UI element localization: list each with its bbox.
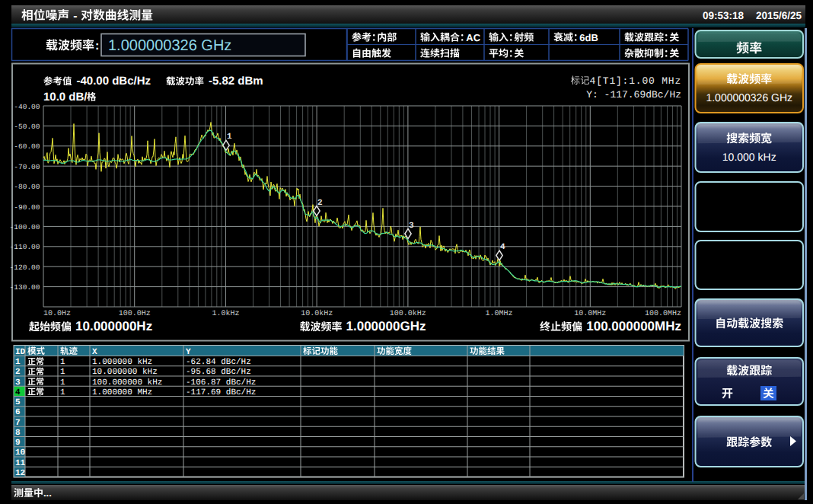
svg-text:10.000000Hz: 10.000000Hz (75, 319, 152, 333)
svg-text:-100.00: -100.00 (10, 223, 40, 231)
svg-text:10.0Hz: 10.0Hz (43, 310, 71, 318)
svg-text:10.0MHz: 10.0MHz (574, 310, 606, 318)
svg-text:1: 1 (60, 388, 65, 397)
svg-text:10: 10 (15, 448, 25, 458)
svg-text:1: 1 (60, 368, 65, 377)
svg-text:1.000000 kHz: 1.000000 kHz (92, 358, 152, 367)
svg-text:Y: Y (186, 348, 191, 357)
svg-text:8: 8 (15, 429, 21, 438)
svg-text:10.000 kHz: 10.000 kHz (722, 151, 776, 163)
svg-text:12: 12 (15, 469, 25, 478)
svg-text:AC: AC (466, 32, 480, 43)
svg-text:9: 9 (15, 439, 21, 448)
svg-text:09:53:18: 09:53:18 (703, 10, 744, 21)
svg-text:3: 3 (15, 378, 21, 388)
svg-text:1.000000326 GHz: 1.000000326 GHz (706, 91, 792, 104)
svg-text:5: 5 (15, 398, 21, 407)
svg-text:-60.00: -60.00 (14, 142, 40, 151)
svg-text:2: 2 (317, 199, 323, 208)
svg-text:100.0Hz: 100.0Hz (119, 310, 151, 318)
svg-text:10.0kHz: 10.0kHz (301, 309, 333, 318)
svg-text:-110.00: -110.00 (10, 243, 40, 251)
svg-text:100.000000MHz: 100.000000MHz (586, 319, 681, 333)
svg-text:X: X (92, 348, 97, 357)
svg-text:-40.00 dBc/Hz: -40.00 dBc/Hz (77, 75, 151, 88)
svg-text:1.000000GHz: 1.000000GHz (346, 319, 426, 333)
svg-text:-70.00: -70.00 (14, 163, 40, 171)
svg-text:-117.69 dBc/Hz: -117.69 dBc/Hz (186, 388, 256, 397)
svg-text:4[T1]:1.00 MHz: 4[T1]:1.00 MHz (590, 75, 681, 87)
svg-text:ID: ID (15, 348, 26, 357)
svg-text:-130.00: -130.00 (10, 283, 40, 292)
svg-text:-62.84 dBc/Hz: -62.84 dBc/Hz (186, 358, 251, 367)
svg-text:-80.00: -80.00 (14, 183, 40, 191)
svg-text:3: 3 (409, 222, 414, 231)
svg-text:6dB: 6dB (579, 32, 598, 43)
svg-text:1.0kHz: 1.0kHz (212, 309, 239, 318)
svg-text:4: 4 (15, 388, 21, 397)
svg-text:1: 1 (15, 358, 21, 367)
svg-text:Y: -117.69dBc/Hz: Y: -117.69dBc/Hz (586, 89, 681, 100)
svg-text:11: 11 (15, 459, 26, 468)
svg-text:1.000000326 GHz: 1.000000326 GHz (108, 37, 231, 54)
svg-text:-: - (73, 10, 77, 23)
svg-text:10.0 dB/: 10.0 dB/ (43, 91, 88, 104)
svg-text:100.0MHz: 100.0MHz (645, 310, 681, 318)
svg-text:1.0MHz: 1.0MHz (486, 310, 513, 318)
svg-text:-95.68 dBc/Hz: -95.68 dBc/Hz (186, 368, 251, 377)
svg-text:-50.00: -50.00 (14, 123, 40, 131)
svg-text:2015/6/25: 2015/6/25 (756, 10, 802, 21)
svg-text:-106.87 dBc/Hz: -106.87 dBc/Hz (186, 378, 256, 388)
svg-text:1: 1 (60, 378, 65, 388)
svg-text:-40.00: -40.00 (14, 103, 40, 111)
svg-text:1: 1 (227, 132, 232, 142)
svg-text::: : (95, 40, 99, 53)
svg-text:-5.82 dBm: -5.82 dBm (209, 75, 263, 88)
svg-text:7: 7 (15, 419, 21, 428)
svg-text:4: 4 (500, 243, 505, 252)
svg-text:100.0kHz: 100.0kHz (390, 309, 426, 318)
svg-text:-90.00: -90.00 (14, 203, 40, 212)
svg-text:...: ... (43, 487, 52, 499)
svg-text:1: 1 (60, 358, 65, 367)
svg-text:2: 2 (15, 368, 21, 377)
svg-text:1.000000 MHz: 1.000000 MHz (92, 388, 152, 397)
svg-text:10.000000 kHz: 10.000000 kHz (92, 368, 158, 377)
svg-text:100.000000 kHz: 100.000000 kHz (92, 378, 162, 388)
svg-text:-120.00: -120.00 (10, 263, 40, 272)
svg-text:6: 6 (15, 408, 21, 417)
